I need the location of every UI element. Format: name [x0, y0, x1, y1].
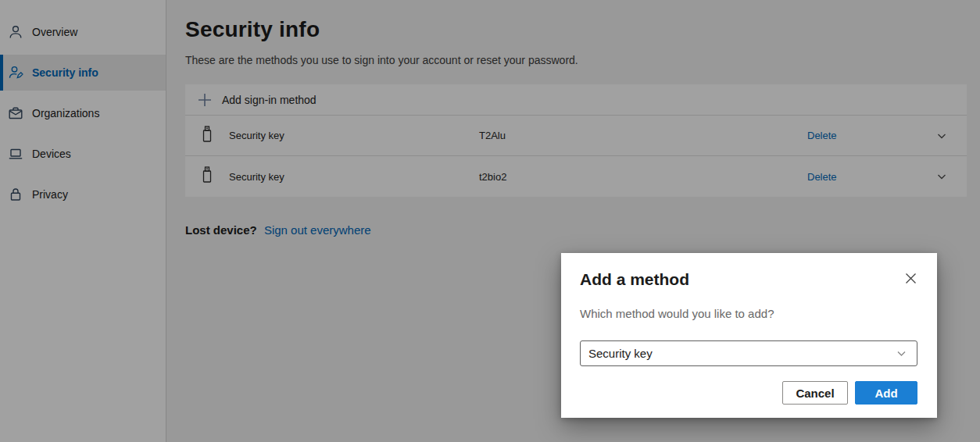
dialog-question: Which method would you like to add?: [580, 307, 917, 320]
dialog-title: Add a method: [580, 270, 689, 289]
dialog-header: Add a method: [580, 270, 917, 289]
chevron-down-icon: [896, 348, 907, 359]
security-info-page: Overview Security info Organizations: [0, 0, 980, 442]
close-icon[interactable]: [904, 272, 917, 285]
method-select-value: Security key: [588, 347, 653, 360]
cancel-button[interactable]: Cancel: [782, 381, 848, 405]
method-select-dropdown[interactable]: Security key: [580, 340, 917, 366]
add-button[interactable]: Add: [855, 381, 917, 405]
add-method-dialog: Add a method Which method would you like…: [561, 253, 937, 418]
dialog-buttons: Cancel Add: [580, 381, 917, 405]
